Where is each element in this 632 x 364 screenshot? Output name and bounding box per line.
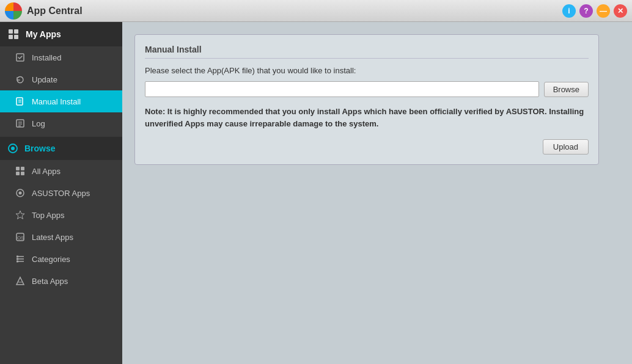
svg-text:OS: OS [17,235,24,241]
manual-install-label: Manual Install [32,97,81,106]
installed-label: Installed [32,53,61,62]
log-label: Log [32,119,45,128]
info-button[interactable]: i [562,4,576,18]
minimize-button[interactable]: — [597,4,610,18]
main-content: Manual Install Please select the App(APK… [122,22,632,364]
svg-rect-16 [16,172,20,175]
svg-rect-5 [17,98,23,105]
sidebar-myapps-header: My Apps [0,22,122,46]
top-apps-label: Top Apps [32,211,65,220]
sidebar-item-update[interactable]: Update [0,68,122,90]
categories-label: Categories [32,255,70,264]
manual-install-panel: Manual Install Please select the App(APK… [134,34,599,165]
sidebar-item-asustor-apps[interactable]: ASUSTOR Apps [0,182,122,204]
log-icon [15,118,26,129]
main-layout: My Apps Installed Update [0,22,632,364]
browse-label: Browse [24,144,56,153]
close-button[interactable]: ✕ [614,4,627,18]
svg-rect-2 [9,35,13,39]
sidebar-item-log[interactable]: Log [0,112,122,134]
beta-apps-icon [15,275,26,286]
panel-title: Manual Install [145,45,589,59]
svg-rect-14 [16,167,20,170]
title-controls: i ? — ✕ [562,4,627,18]
svg-rect-26 [17,256,18,258]
sidebar-item-installed[interactable]: Installed [0,46,122,68]
title-left: App Central [5,2,83,20]
update-label: Update [32,75,57,84]
sidebar: My Apps Installed Update [0,22,122,364]
update-icon [15,74,26,85]
select-label: Please select the App(APK file) that you… [145,66,589,75]
beta-apps-label: Beta Apps [32,277,68,286]
asustor-apps-icon [15,187,26,198]
svg-rect-1 [14,29,18,34]
asustor-apps-label: ASUSTOR Apps [32,189,90,198]
all-apps-icon [15,166,26,177]
sidebar-item-beta-apps[interactable]: Beta Apps [0,270,122,292]
title-bar: App Central i ? — ✕ [0,0,632,22]
sidebar-item-all-apps[interactable]: All Apps [0,160,122,182]
upload-button[interactable]: Upload [543,139,589,155]
upload-row: Upload [145,139,589,155]
latest-apps-label: Latest Apps [32,233,73,242]
browse-icon [7,143,18,154]
sidebar-item-categories[interactable]: Categories [0,248,122,270]
myapps-label: My Apps [26,29,61,39]
all-apps-label: All Apps [32,167,61,176]
sidebar-item-top-apps[interactable]: Top Apps [0,204,122,226]
svg-rect-0 [9,29,13,34]
svg-point-13 [11,147,15,150]
browse-button[interactable]: Browse [544,82,589,97]
file-path-input[interactable] [145,81,539,97]
myapps-icon [7,28,20,40]
help-button[interactable]: ? [579,4,593,18]
sidebar-item-latest-apps[interactable]: OS Latest Apps [0,226,122,248]
sidebar-item-manual-install[interactable]: Manual Install [0,90,122,112]
svg-marker-20 [16,211,24,219]
categories-icon [15,253,26,264]
warning-text: Note: It is highly recommended that you … [145,106,589,129]
app-logo-icon [5,2,22,20]
svg-point-19 [19,192,22,195]
app-title: App Central [27,5,83,16]
installed-icon [15,52,26,63]
file-input-row: Browse [145,81,589,97]
latest-apps-icon: OS [15,231,26,242]
top-apps-icon [15,209,26,220]
sidebar-browse-header: Browse [0,137,122,160]
svg-rect-15 [21,167,24,170]
svg-rect-27 [17,258,18,260]
svg-rect-28 [17,261,18,263]
svg-marker-29 [17,277,24,285]
svg-rect-17 [21,172,24,175]
svg-rect-3 [14,35,18,39]
manual-install-icon [15,96,26,107]
